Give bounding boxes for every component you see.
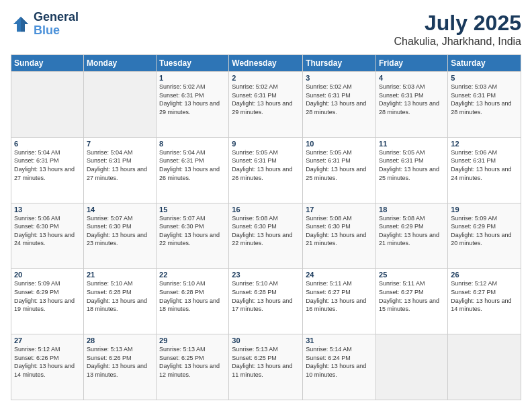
day-cell: 15Sunrise: 5:07 AM Sunset: 6:30 PM Dayli… [157,203,229,269]
day-number: 28 [87,336,153,345]
day-info: Sunrise: 5:07 AM Sunset: 6:30 PM Dayligh… [87,214,153,248]
day-number: 14 [87,205,153,214]
day-number: 27 [14,336,81,345]
day-number: 3 [306,74,373,82]
day-info: Sunrise: 5:13 AM Sunset: 6:25 PM Dayligh… [159,345,226,379]
week-row-0: 1Sunrise: 5:02 AM Sunset: 6:31 PM Daylig… [11,72,521,138]
day-cell: 4Sunrise: 5:03 AM Sunset: 6:31 PM Daylig… [376,72,448,138]
day-number: 25 [379,271,445,279]
day-number: 13 [14,205,81,214]
day-info: Sunrise: 5:03 AM Sunset: 6:31 PM Dayligh… [379,83,445,116]
day-cell: 18Sunrise: 5:08 AM Sunset: 6:29 PM Dayli… [376,203,448,269]
day-info: Sunrise: 5:05 AM Sunset: 6:31 PM Dayligh… [379,148,445,182]
weekday-header-thursday: Thursday [303,55,376,72]
day-cell: 17Sunrise: 5:08 AM Sunset: 6:30 PM Dayli… [303,203,376,269]
day-number: 29 [159,336,226,345]
day-info: Sunrise: 5:13 AM Sunset: 6:25 PM Dayligh… [232,345,300,379]
day-info: Sunrise: 5:09 AM Sunset: 6:29 PM Dayligh… [451,214,518,248]
calendar-table: SundayMondayTuesdayWednesdayThursdayFrid… [11,54,521,400]
day-cell: 2Sunrise: 5:02 AM Sunset: 6:31 PM Daylig… [229,72,303,138]
weekday-header-monday: Monday [83,55,156,72]
day-number: 1 [159,74,226,82]
day-number: 19 [451,205,518,214]
day-cell: 24Sunrise: 5:11 AM Sunset: 6:27 PM Dayli… [303,269,376,334]
day-info: Sunrise: 5:10 AM Sunset: 6:28 PM Dayligh… [232,279,300,313]
day-info: Sunrise: 5:04 AM Sunset: 6:31 PM Dayligh… [14,148,81,182]
day-number: 26 [451,271,518,279]
day-cell: 9Sunrise: 5:05 AM Sunset: 6:31 PM Daylig… [229,137,303,203]
logo-text: General Blue [34,11,79,38]
week-row-4: 27Sunrise: 5:12 AM Sunset: 6:26 PM Dayli… [11,334,521,400]
day-cell: 5Sunrise: 5:03 AM Sunset: 6:31 PM Daylig… [448,72,521,138]
weekday-header-wednesday: Wednesday [229,55,303,72]
day-number: 18 [379,205,445,214]
logo: General Blue [11,11,79,38]
header: General Blue July 2025 Chakulia, Jharkha… [11,11,521,48]
day-number: 20 [14,271,81,279]
svg-marker-1 [21,17,28,32]
day-cell: 20Sunrise: 5:09 AM Sunset: 6:29 PM Dayli… [11,269,84,334]
day-number: 6 [14,140,81,148]
day-info: Sunrise: 5:05 AM Sunset: 6:31 PM Dayligh… [232,148,300,182]
weekday-row: SundayMondayTuesdayWednesdayThursdayFrid… [11,55,521,72]
day-cell: 13Sunrise: 5:06 AM Sunset: 6:30 PM Dayli… [11,203,84,269]
day-cell: 14Sunrise: 5:07 AM Sunset: 6:30 PM Dayli… [83,203,156,269]
calendar-body: 1Sunrise: 5:02 AM Sunset: 6:31 PM Daylig… [11,72,521,400]
day-number: 17 [306,205,373,214]
calendar-subtitle: Chakulia, Jharkhand, India [394,36,521,48]
day-info: Sunrise: 5:08 AM Sunset: 6:29 PM Dayligh… [379,214,445,248]
day-number: 10 [306,140,373,148]
day-cell: 6Sunrise: 5:04 AM Sunset: 6:31 PM Daylig… [11,137,84,203]
day-cell: 10Sunrise: 5:05 AM Sunset: 6:31 PM Dayli… [303,137,376,203]
weekday-header-tuesday: Tuesday [157,55,229,72]
calendar-title: July 2025 [394,11,521,36]
day-cell: 16Sunrise: 5:08 AM Sunset: 6:30 PM Dayli… [229,203,303,269]
logo-line2: Blue [34,24,79,38]
day-info: Sunrise: 5:11 AM Sunset: 6:27 PM Dayligh… [379,279,445,313]
day-info: Sunrise: 5:08 AM Sunset: 6:30 PM Dayligh… [232,214,300,248]
day-number: 30 [232,336,300,345]
day-cell: 7Sunrise: 5:04 AM Sunset: 6:31 PM Daylig… [83,137,156,203]
weekday-header-friday: Friday [376,55,448,72]
day-info: Sunrise: 5:04 AM Sunset: 6:31 PM Dayligh… [87,148,153,182]
day-cell: 11Sunrise: 5:05 AM Sunset: 6:31 PM Dayli… [376,137,448,203]
day-cell: 25Sunrise: 5:11 AM Sunset: 6:27 PM Dayli… [376,269,448,334]
day-info: Sunrise: 5:13 AM Sunset: 6:26 PM Dayligh… [87,345,153,379]
day-info: Sunrise: 5:14 AM Sunset: 6:24 PM Dayligh… [306,345,373,379]
day-number: 9 [232,140,300,148]
day-number: 21 [87,271,153,279]
logo-line1: General [34,11,79,24]
day-info: Sunrise: 5:03 AM Sunset: 6:31 PM Dayligh… [451,83,518,116]
day-cell: 23Sunrise: 5:10 AM Sunset: 6:28 PM Dayli… [229,269,303,334]
week-row-3: 20Sunrise: 5:09 AM Sunset: 6:29 PM Dayli… [11,269,521,334]
day-info: Sunrise: 5:06 AM Sunset: 6:31 PM Dayligh… [451,148,518,182]
day-info: Sunrise: 5:12 AM Sunset: 6:27 PM Dayligh… [451,279,518,313]
week-row-1: 6Sunrise: 5:04 AM Sunset: 6:31 PM Daylig… [11,137,521,203]
day-info: Sunrise: 5:06 AM Sunset: 6:30 PM Dayligh… [14,214,81,248]
day-cell: 8Sunrise: 5:04 AM Sunset: 6:31 PM Daylig… [157,137,229,203]
week-row-2: 13Sunrise: 5:06 AM Sunset: 6:30 PM Dayli… [11,203,521,269]
day-cell: 30Sunrise: 5:13 AM Sunset: 6:25 PM Dayli… [229,334,303,400]
day-number: 11 [379,140,445,148]
day-cell: 21Sunrise: 5:10 AM Sunset: 6:28 PM Dayli… [83,269,156,334]
day-cell: 28Sunrise: 5:13 AM Sunset: 6:26 PM Dayli… [83,334,156,400]
day-info: Sunrise: 5:02 AM Sunset: 6:31 PM Dayligh… [306,83,373,116]
day-cell [376,334,448,400]
day-number: 23 [232,271,300,279]
day-cell: 12Sunrise: 5:06 AM Sunset: 6:31 PM Dayli… [448,137,521,203]
day-info: Sunrise: 5:10 AM Sunset: 6:28 PM Dayligh… [159,279,226,313]
day-cell: 29Sunrise: 5:13 AM Sunset: 6:25 PM Dayli… [157,334,229,400]
day-number: 7 [87,140,153,148]
day-info: Sunrise: 5:04 AM Sunset: 6:31 PM Dayligh… [159,148,226,182]
day-number: 31 [306,336,373,345]
day-cell [448,334,521,400]
day-cell: 22Sunrise: 5:10 AM Sunset: 6:28 PM Dayli… [157,269,229,334]
day-info: Sunrise: 5:02 AM Sunset: 6:31 PM Dayligh… [232,83,300,116]
day-cell: 27Sunrise: 5:12 AM Sunset: 6:26 PM Dayli… [11,334,84,400]
calendar-header: SundayMondayTuesdayWednesdayThursdayFrid… [11,55,521,72]
day-number: 8 [159,140,226,148]
day-info: Sunrise: 5:08 AM Sunset: 6:30 PM Dayligh… [306,214,373,248]
day-info: Sunrise: 5:02 AM Sunset: 6:31 PM Dayligh… [159,83,226,116]
day-cell: 1Sunrise: 5:02 AM Sunset: 6:31 PM Daylig… [157,72,229,138]
day-cell: 26Sunrise: 5:12 AM Sunset: 6:27 PM Dayli… [448,269,521,334]
